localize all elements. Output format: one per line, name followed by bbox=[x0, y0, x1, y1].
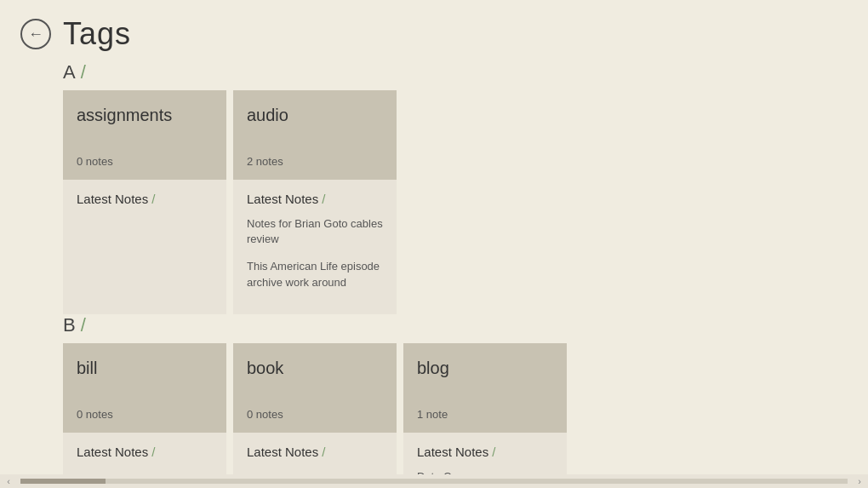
tag-bottom-audio: Latest Notes / Notes for Brian Goto cabl… bbox=[233, 180, 397, 314]
tag-name-blog: blog bbox=[417, 359, 553, 378]
tag-card-assignments[interactable]: assignments 0 notes Latest Notes / bbox=[63, 90, 226, 314]
back-arrow-icon: ← bbox=[28, 26, 43, 43]
section-b-slash: / bbox=[81, 314, 86, 336]
latest-notes-slash-book: / bbox=[322, 445, 325, 459]
tag-card-audio[interactable]: audio 2 notes Latest Notes / Notes for B… bbox=[233, 90, 397, 314]
latest-notes-label-assignments: Latest Notes bbox=[77, 192, 148, 206]
note-item-audio-2: This American Life episode archive work … bbox=[247, 259, 383, 290]
latest-notes-label-audio: Latest Notes bbox=[247, 192, 318, 206]
tag-count-assignments: 0 notes bbox=[77, 155, 213, 168]
latest-notes-slash-audio: / bbox=[322, 192, 325, 206]
page-title: Tags bbox=[63, 16, 131, 52]
section-a: A / assignments 0 notes Latest Notes / bbox=[63, 61, 400, 314]
tag-name-assignments: assignments bbox=[77, 106, 213, 125]
tag-name-audio: audio bbox=[247, 106, 383, 125]
tag-card-bill[interactable]: bill 0 notes Latest Notes / bbox=[63, 343, 226, 488]
tag-top-blog: blog 1 note bbox=[403, 343, 567, 433]
scrollbar: ‹ › bbox=[0, 474, 868, 488]
tag-count-bill: 0 notes bbox=[77, 408, 213, 421]
section-b-label: B bbox=[63, 314, 76, 336]
tag-card-blog[interactable]: blog 1 note Latest Notes / Data Caps are bbox=[403, 343, 567, 488]
latest-notes-header-bill: Latest Notes / bbox=[77, 445, 213, 459]
latest-notes-header-audio: Latest Notes / bbox=[247, 192, 383, 206]
scroll-left-icon: ‹ bbox=[7, 476, 10, 486]
latest-notes-header-book: Latest Notes / bbox=[247, 445, 383, 459]
latest-notes-slash-blog: / bbox=[492, 445, 495, 459]
scroll-left-button[interactable]: ‹ bbox=[0, 474, 17, 488]
latest-notes-label-bill: Latest Notes bbox=[77, 445, 148, 459]
section-b-tags: bill 0 notes Latest Notes / book 0 not bbox=[63, 343, 570, 488]
back-icon: ← bbox=[20, 19, 51, 49]
scroll-track bbox=[20, 479, 848, 484]
section-b-header: B / bbox=[63, 314, 570, 336]
latest-notes-slash-assignments: / bbox=[151, 192, 155, 206]
latest-notes-header-blog: Latest Notes / bbox=[417, 445, 553, 459]
section-a-label: A bbox=[63, 61, 76, 83]
latest-notes-header-assignments: Latest Notes / bbox=[77, 192, 213, 206]
latest-notes-slash-bill: / bbox=[151, 445, 155, 459]
tag-name-book: book bbox=[247, 359, 383, 378]
section-a-tags: assignments 0 notes Latest Notes / audio bbox=[63, 90, 400, 314]
latest-notes-label-blog: Latest Notes bbox=[417, 445, 488, 459]
tag-top-book: book 0 notes bbox=[233, 343, 397, 433]
scroll-right-icon: › bbox=[858, 476, 861, 486]
header: ← Tags bbox=[0, 0, 868, 61]
note-item-audio-1: Notes for Brian Goto cables review bbox=[247, 216, 383, 247]
section-a-slash: / bbox=[81, 61, 86, 83]
section-b: B / bill 0 notes Latest Notes / bbox=[63, 314, 570, 488]
tag-count-audio: 2 notes bbox=[247, 155, 383, 168]
latest-notes-label-book: Latest Notes bbox=[247, 445, 318, 459]
scroll-thumb[interactable] bbox=[20, 479, 106, 484]
tag-bottom-assignments: Latest Notes / bbox=[63, 180, 226, 314]
section-a-header: A / bbox=[63, 61, 400, 83]
tag-top-audio: audio 2 notes bbox=[233, 90, 397, 180]
tag-card-book[interactable]: book 0 notes Latest Notes / bbox=[233, 343, 397, 488]
back-button[interactable]: ← bbox=[17, 15, 54, 53]
tag-top-assignments: assignments 0 notes bbox=[63, 90, 226, 180]
page-wrapper: ← Tags A / assignments 0 notes bbox=[0, 0, 868, 488]
tag-count-blog: 1 note bbox=[417, 408, 553, 421]
tag-count-book: 0 notes bbox=[247, 408, 383, 421]
tag-top-bill: bill 0 notes bbox=[63, 343, 226, 433]
tag-name-bill: bill bbox=[77, 359, 213, 378]
scroll-right-button[interactable]: › bbox=[851, 474, 868, 488]
